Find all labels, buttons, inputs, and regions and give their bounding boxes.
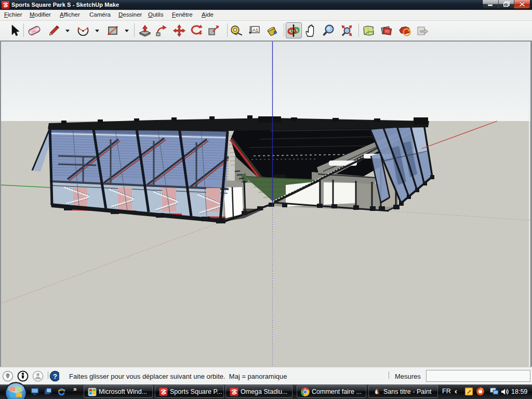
svg-text:?: ? (53, 373, 57, 380)
svg-text:A1: A1 (252, 28, 258, 33)
